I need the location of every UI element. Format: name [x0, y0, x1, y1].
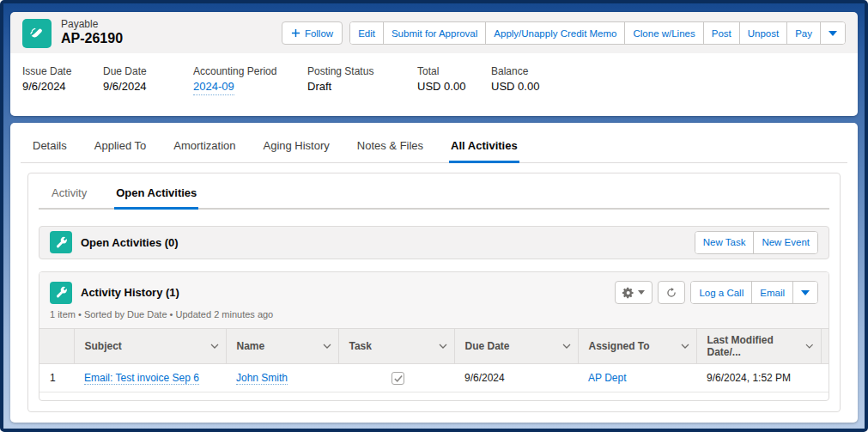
open-activities-panel: Open Activities (0) New Task New Event [39, 226, 829, 259]
new-event-button[interactable]: New Event [753, 232, 817, 253]
column-header-subject[interactable]: Subject [74, 329, 226, 364]
field-accounting-period: Accounting Period 2024-09 [193, 64, 307, 95]
row-number-header [39, 329, 74, 364]
tab-applied-to[interactable]: Applied To [93, 134, 148, 163]
refresh-icon [665, 287, 677, 299]
field-due-date: Due Date 9/6/2024 [103, 64, 193, 95]
field-balance: Balance USD 0.00 [491, 64, 846, 95]
column-header-assigned-to[interactable]: Assigned To [578, 329, 696, 364]
chevron-down-icon [439, 344, 447, 349]
activity-history-toolbar: Log a Call Email [615, 281, 818, 304]
activities-subtab-bar: Activity Open Activities [39, 185, 829, 210]
column-header-last-modified[interactable]: Last Modified Date/... [696, 329, 821, 364]
pay-button[interactable]: Pay [786, 22, 820, 44]
task-checkbox[interactable] [392, 372, 404, 385]
new-task-button[interactable]: New Task [695, 232, 754, 253]
more-actions-button[interactable] [820, 22, 845, 44]
record-actions: Follow Edit Submit for Approval Apply/Un… [282, 21, 846, 45]
field-total: Total USD 0.00 [417, 64, 491, 95]
row-number: 1 [39, 364, 74, 392]
caret-down-icon [829, 31, 837, 36]
email-button[interactable]: Email [751, 282, 792, 303]
list-summary: 1 item • Sorted by Due Date • Updated 2 … [39, 304, 829, 328]
edit-button[interactable]: Edit [350, 22, 383, 44]
wrench-icon [50, 231, 72, 253]
highlights-fields: Issue Date 9/6/2024 Due Date 9/6/2024 Ac… [10, 53, 858, 116]
follow-button[interactable]: Follow [282, 21, 343, 45]
plus-icon [291, 28, 300, 38]
open-activities-title: Open Activities (0) [81, 236, 179, 249]
name-link[interactable]: John Smith [236, 372, 288, 385]
subject-link[interactable]: Email: Test invoice Sep 6 [84, 372, 199, 385]
view-all-row: View All [39, 392, 829, 401]
subtab-open-activities[interactable]: Open Activities [114, 185, 198, 210]
column-header-name[interactable]: Name [226, 329, 338, 364]
gear-icon [622, 287, 634, 299]
check-icon [394, 374, 403, 382]
activity-history-actions: Log a Call Email [690, 281, 818, 304]
accounting-period-link[interactable]: 2024-09 [193, 79, 234, 95]
chevron-down-icon [805, 344, 814, 349]
payable-record-icon [22, 19, 52, 48]
table-header-row: Subject Name Task [39, 329, 829, 364]
tab-notes-files[interactable]: Notes & Files [355, 134, 425, 163]
table-row: 1 Email: Test invoice Sep 6 John Smith 9… [39, 364, 829, 392]
row-actions-header [821, 329, 829, 364]
column-header-due-date[interactable]: Due Date [454, 329, 578, 364]
follow-label: Follow [305, 28, 333, 39]
subtab-activity[interactable]: Activity [50, 185, 88, 210]
activity-history-title: Activity History (1) [81, 286, 179, 299]
record-name: AP-26190 [61, 31, 123, 46]
tab-details[interactable]: Details [31, 134, 69, 163]
wrench-icon [50, 282, 72, 304]
app-window: Payable AP-26190 Follow Edit Submit for … [0, 0, 868, 432]
refresh-button[interactable] [658, 281, 685, 304]
activities-container: Activity Open Activities Open Activities… [27, 173, 841, 412]
record-action-group: Edit Submit for Approval Apply/Unapply C… [349, 21, 846, 45]
log-a-call-button[interactable]: Log a Call [691, 282, 751, 303]
apply-unapply-credit-memo-button[interactable]: Apply/Unapply Credit Memo [485, 22, 624, 44]
list-settings-button[interactable] [615, 281, 653, 304]
caret-down-icon [638, 290, 645, 295]
record-title-row: Payable AP-26190 Follow Edit Submit for … [10, 12, 858, 53]
chevron-down-icon [323, 344, 331, 349]
chevron-down-icon [210, 344, 219, 349]
record-title-text: Payable AP-26190 [61, 19, 123, 46]
caret-down-icon [801, 290, 810, 295]
handshake-glyph [28, 25, 46, 42]
due-date-cell: 9/6/2024 [454, 364, 578, 392]
field-posting-status: Posting Status Draft [307, 64, 417, 95]
tab-amortization[interactable]: Amortization [172, 134, 237, 163]
assigned-to-link[interactable]: AP Dept [588, 372, 626, 384]
page-background: Payable AP-26190 Follow Edit Submit for … [3, 3, 865, 429]
last-modified-cell: 9/6/2024, 1:52 PM [696, 364, 821, 392]
post-button[interactable]: Post [703, 22, 739, 44]
clone-w-lines-button[interactable]: Clone w/Lines [624, 22, 702, 44]
activity-history-header: Activity History (1) [39, 272, 829, 304]
record-detail-card: Details Applied To Amortization Aging Hi… [10, 123, 858, 423]
open-activities-actions: New Task New Event [695, 231, 818, 254]
record-tab-bar: Details Applied To Amortization Aging Hi… [21, 134, 847, 163]
view-all-link[interactable]: View All [416, 399, 453, 401]
field-issue-date: Issue Date 9/6/2024 [22, 64, 103, 95]
chevron-down-icon [562, 344, 571, 349]
activity-history-table: Subject Name Task [39, 328, 829, 392]
more-activity-actions-button[interactable] [792, 282, 817, 303]
submit-for-approval-button[interactable]: Submit for Approval [383, 22, 485, 44]
tab-all-activities[interactable]: All Activities [449, 134, 519, 163]
record-highlights-panel: Payable AP-26190 Follow Edit Submit for … [10, 12, 858, 116]
unpost-button[interactable]: Unpost [739, 22, 786, 44]
chevron-down-icon [681, 344, 689, 349]
activity-history-panel: Activity History (1) [39, 271, 829, 401]
tab-aging-history[interactable]: Aging History [261, 134, 331, 163]
column-header-task[interactable]: Task [338, 329, 454, 364]
entity-label: Payable [61, 19, 123, 31]
